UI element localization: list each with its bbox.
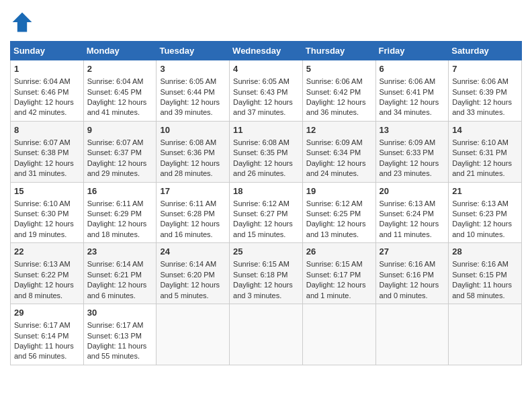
logo	[10, 10, 37, 34]
day-info: Daylight: 11 hours	[87, 341, 153, 351]
day-info: Daylight: 12 hours	[87, 219, 153, 229]
day-info: Sunrise: 6:04 AM	[14, 77, 80, 87]
day-header-saturday: Saturday	[449, 42, 522, 60]
calendar-cell: 17Sunrise: 6:11 AMSunset: 6:28 PMDayligh…	[157, 182, 230, 243]
day-number: 8	[14, 124, 80, 136]
day-info: Daylight: 12 hours	[160, 280, 226, 290]
day-info: and 1 minute.	[306, 291, 372, 301]
day-info: Daylight: 12 hours	[306, 97, 372, 107]
day-info: and 33 minutes.	[452, 107, 518, 118]
day-number: 23	[87, 246, 153, 258]
calendar-cell: 19Sunrise: 6:12 AMSunset: 6:25 PMDayligh…	[302, 182, 375, 243]
day-info: Sunrise: 6:08 AM	[233, 138, 299, 148]
day-number: 4	[233, 63, 299, 75]
day-info: Sunset: 6:35 PM	[233, 148, 299, 158]
day-info: Sunset: 6:17 PM	[306, 270, 372, 280]
day-info: Daylight: 12 hours	[14, 97, 80, 107]
calendar-cell: 9Sunrise: 6:07 AMSunset: 6:37 PMDaylight…	[83, 121, 157, 182]
calendar-cell	[157, 304, 230, 365]
day-number: 29	[14, 307, 80, 319]
calendar-cell: 26Sunrise: 6:15 AMSunset: 6:17 PMDayligh…	[302, 243, 375, 304]
day-number: 6	[380, 63, 445, 75]
day-info: Sunset: 6:21 PM	[87, 270, 153, 280]
day-info: Daylight: 11 hours	[14, 341, 80, 351]
day-info: Daylight: 12 hours	[380, 219, 445, 229]
day-info: Sunrise: 6:16 AM	[452, 259, 518, 269]
day-number: 19	[306, 185, 372, 197]
day-info: and 6 minutes.	[87, 291, 153, 301]
day-number: 22	[14, 246, 80, 258]
day-info: Sunset: 6:13 PM	[87, 331, 153, 341]
svg-marker-0	[13, 13, 32, 32]
day-info: and 15 minutes.	[233, 230, 299, 240]
week-row-1: 1Sunrise: 6:04 AMSunset: 6:46 PMDaylight…	[11, 60, 522, 122]
day-number: 7	[452, 63, 518, 75]
day-info: and 5 minutes.	[160, 291, 226, 301]
calendar-cell: 23Sunrise: 6:14 AMSunset: 6:21 PMDayligh…	[83, 243, 157, 304]
day-number: 27	[380, 246, 445, 258]
day-info: Daylight: 12 hours	[160, 158, 226, 169]
day-info: Sunrise: 6:06 AM	[380, 77, 445, 87]
day-info: Sunset: 6:44 PM	[160, 87, 226, 97]
day-info: Sunrise: 6:15 AM	[233, 259, 299, 269]
day-info: Daylight: 12 hours	[233, 158, 299, 169]
day-number: 1	[14, 63, 80, 75]
day-number: 15	[14, 185, 80, 197]
day-info: Sunrise: 6:14 AM	[160, 259, 226, 269]
day-info: and 36 minutes.	[306, 107, 372, 118]
day-info: Sunset: 6:16 PM	[380, 270, 445, 280]
day-info: Daylight: 12 hours	[380, 97, 445, 107]
calendar-cell	[302, 304, 375, 365]
day-info: Daylight: 12 hours	[233, 97, 299, 107]
logo-icon	[10, 10, 34, 34]
day-info: Sunset: 6:37 PM	[87, 148, 153, 158]
day-info: Sunrise: 6:10 AM	[14, 199, 80, 209]
day-info: and 39 minutes.	[160, 107, 226, 118]
day-info: and 21 minutes.	[452, 169, 518, 179]
calendar-table: SundayMondayTuesdayWednesdayThursdayFrid…	[10, 41, 522, 365]
day-info: Sunrise: 6:09 AM	[380, 138, 445, 148]
day-info: Daylight: 12 hours	[87, 97, 153, 107]
calendar-cell: 5Sunrise: 6:06 AMSunset: 6:42 PMDaylight…	[302, 60, 375, 122]
day-info: and 19 minutes.	[14, 230, 80, 240]
day-info: and 26 minutes.	[233, 169, 299, 179]
day-info: Sunrise: 6:09 AM	[306, 138, 372, 148]
day-header-tuesday: Tuesday	[157, 42, 230, 60]
day-info: and 24 minutes.	[306, 169, 372, 179]
day-number: 18	[233, 185, 299, 197]
week-row-5: 29Sunrise: 6:17 AMSunset: 6:14 PMDayligh…	[11, 304, 522, 365]
day-number: 21	[452, 185, 518, 197]
day-info: Sunset: 6:30 PM	[14, 209, 80, 219]
week-row-2: 8Sunrise: 6:07 AMSunset: 6:38 PMDaylight…	[11, 121, 522, 182]
calendar-cell: 21Sunrise: 6:13 AMSunset: 6:23 PMDayligh…	[449, 182, 522, 243]
day-info: Sunrise: 6:06 AM	[452, 77, 518, 87]
calendar-cell: 6Sunrise: 6:06 AMSunset: 6:41 PMDaylight…	[375, 60, 449, 122]
calendar-cell	[449, 304, 522, 365]
calendar-cell: 24Sunrise: 6:14 AMSunset: 6:20 PMDayligh…	[157, 243, 230, 304]
day-info: Sunrise: 6:08 AM	[160, 138, 226, 148]
day-info: Daylight: 12 hours	[233, 219, 299, 229]
day-number: 26	[306, 246, 372, 258]
day-info: Sunset: 6:15 PM	[452, 270, 518, 280]
day-number: 13	[380, 124, 445, 136]
day-info: Sunset: 6:33 PM	[380, 148, 445, 158]
day-number: 12	[306, 124, 372, 136]
day-info: Sunset: 6:18 PM	[233, 270, 299, 280]
day-info: Daylight: 12 hours	[233, 280, 299, 290]
day-header-wednesday: Wednesday	[230, 42, 303, 60]
day-info: and 34 minutes.	[380, 107, 445, 118]
day-info: Sunset: 6:24 PM	[380, 209, 445, 219]
calendar-cell: 30Sunrise: 6:17 AMSunset: 6:13 PMDayligh…	[83, 304, 157, 365]
day-info: Daylight: 12 hours	[452, 97, 518, 107]
day-number: 25	[233, 246, 299, 258]
day-info: Sunrise: 6:07 AM	[14, 138, 80, 148]
day-info: Sunrise: 6:10 AM	[452, 138, 518, 148]
day-number: 11	[233, 124, 299, 136]
day-info: Daylight: 12 hours	[14, 280, 80, 290]
day-info: Sunrise: 6:17 AM	[14, 320, 80, 330]
day-info: Daylight: 11 hours	[452, 280, 518, 290]
day-info: and 31 minutes.	[14, 169, 80, 179]
day-header-monday: Monday	[83, 42, 157, 60]
calendar-cell: 22Sunrise: 6:13 AMSunset: 6:22 PMDayligh…	[11, 243, 84, 304]
day-info: Sunrise: 6:16 AM	[380, 259, 445, 269]
